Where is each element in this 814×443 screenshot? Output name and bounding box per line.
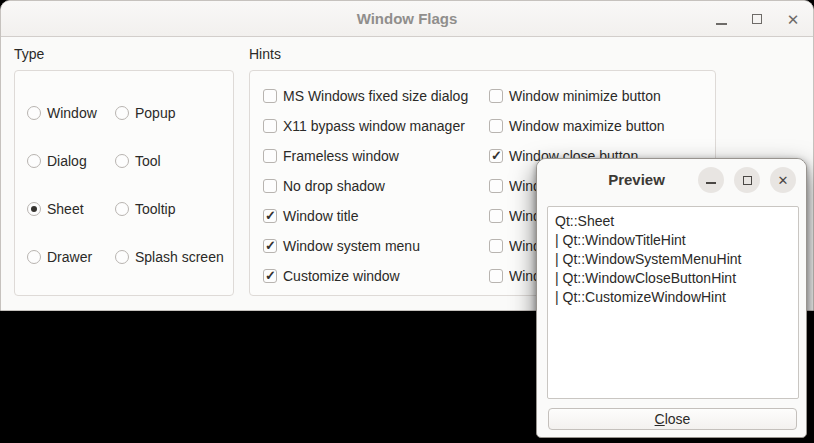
checkbox-window-title[interactable]: ✓Window title xyxy=(263,207,358,225)
checkbox-icon: ✓ xyxy=(263,239,277,253)
minimize-icon xyxy=(716,23,727,25)
preview-close-button[interactable]: ✕ xyxy=(770,167,796,193)
checkbox-icon: ✓ xyxy=(489,89,503,103)
radio-splash-screen[interactable]: Splash screen xyxy=(115,248,224,266)
radio-sheet[interactable]: Sheet xyxy=(27,200,84,218)
radio-icon xyxy=(115,154,129,168)
checkbox-icon: ✓ xyxy=(263,89,277,103)
flag-line: | Qt::WindowSystemMenuHint xyxy=(555,250,791,269)
main-window-controls: ✕ xyxy=(709,1,805,37)
checkbox-icon: ✓ xyxy=(489,239,503,253)
checkbox-window-system-menu[interactable]: ✓Window system menu xyxy=(263,237,420,255)
preview-close-action-button[interactable]: Close xyxy=(548,408,797,430)
checkbox-x11-bypass-window-manager[interactable]: ✓X11 bypass window manager xyxy=(263,117,465,135)
maximize-icon xyxy=(743,176,752,185)
checkbox-icon: ✓ xyxy=(263,209,277,223)
flag-line: | Qt::WindowCloseButtonHint xyxy=(555,269,791,288)
minimize-button[interactable] xyxy=(709,7,733,31)
checkbox-icon: ✓ xyxy=(489,119,503,133)
checkbox-icon: ✓ xyxy=(489,149,503,163)
radio-icon xyxy=(27,202,41,216)
checkbox-icon: ✓ xyxy=(263,179,277,193)
radio-icon xyxy=(115,202,129,216)
close-button-label: Close xyxy=(655,411,691,427)
preview-minimize-button[interactable] xyxy=(698,167,724,193)
radio-dialog[interactable]: Dialog xyxy=(27,152,87,170)
close-button[interactable]: ✕ xyxy=(781,7,805,31)
checkbox-frameless-window[interactable]: ✓Frameless window xyxy=(263,147,399,165)
main-window-title: Window Flags xyxy=(1,10,813,27)
maximize-button[interactable] xyxy=(745,7,769,31)
maximize-icon xyxy=(752,14,762,24)
checkbox-icon: ✓ xyxy=(489,179,503,193)
radio-icon xyxy=(27,154,41,168)
preview-window-controls: ✕ xyxy=(698,167,796,193)
checkbox-window-maximize-button[interactable]: ✓Window maximize button xyxy=(489,117,665,135)
preview-window: Preview ✕ Qt::Sheet | Qt::WindowTitleHin… xyxy=(536,158,807,438)
checkbox-customize-window[interactable]: ✓Customize window xyxy=(263,267,400,285)
checkbox-icon: ✓ xyxy=(489,269,503,283)
flag-line: | Qt::WindowTitleHint xyxy=(555,231,791,250)
radio-icon xyxy=(27,250,41,264)
checkbox-no-drop-shadow[interactable]: ✓No drop shadow xyxy=(263,177,385,195)
minimize-icon xyxy=(706,182,716,184)
flag-line: | Qt::CustomizeWindowHint xyxy=(555,288,791,307)
close-icon: ✕ xyxy=(787,12,800,27)
flag-line: Qt::Sheet xyxy=(555,212,791,231)
preview-maximize-button[interactable] xyxy=(734,167,760,193)
close-icon: ✕ xyxy=(778,174,789,187)
main-titlebar[interactable]: Window Flags ✕ xyxy=(1,1,813,37)
checkbox-window-minimize-button[interactable]: ✓Window minimize button xyxy=(489,87,661,105)
checkbox-ms-windows-fixed-size-dialog[interactable]: ✓MS Windows fixed size dialog xyxy=(263,87,468,105)
radio-drawer[interactable]: Drawer xyxy=(27,248,92,266)
flags-display: Qt::Sheet | Qt::WindowTitleHint | Qt::Wi… xyxy=(547,206,799,399)
preview-window-title: Preview xyxy=(577,171,696,188)
radio-icon xyxy=(115,106,129,120)
preview-titlebar[interactable]: Preview ✕ xyxy=(537,159,806,200)
checkbox-icon: ✓ xyxy=(489,209,503,223)
hints-group-label: Hints xyxy=(249,46,281,62)
radio-window[interactable]: Window xyxy=(27,104,97,122)
radio-tooltip[interactable]: Tooltip xyxy=(115,200,175,218)
type-group-label: Type xyxy=(14,46,44,62)
type-group-box: Window Popup Dialog Tool Sheet Tooltip D… xyxy=(14,70,234,296)
checkbox-icon: ✓ xyxy=(263,119,277,133)
checkbox-icon: ✓ xyxy=(263,269,277,283)
checkbox-icon: ✓ xyxy=(263,149,277,163)
radio-popup[interactable]: Popup xyxy=(115,104,175,122)
desktop: Window Flags ✕ Type Window Popup Dialog … xyxy=(0,0,814,443)
radio-icon xyxy=(27,106,41,120)
radio-icon xyxy=(115,250,129,264)
radio-tool[interactable]: Tool xyxy=(115,152,161,170)
